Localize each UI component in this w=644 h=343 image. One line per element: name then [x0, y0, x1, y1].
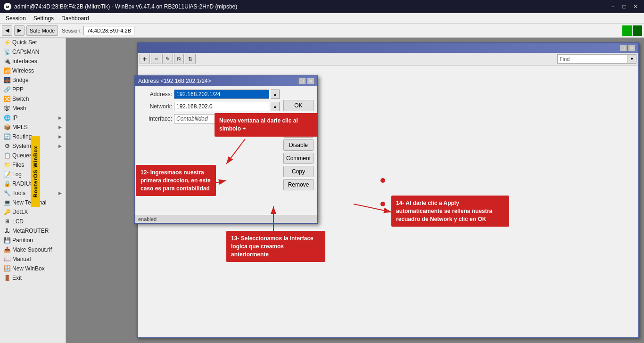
- sidebar-label-manual: Manual: [12, 256, 31, 262]
- session-value: 74:4D:28:B9:F4:2B: [83, 26, 134, 35]
- dot1x-icon: 🔑: [4, 209, 10, 215]
- search-input[interactable]: [557, 54, 628, 64]
- toolbar: ◀ ▶ Safe Mode Session: 74:4D:28:B9:F4:2B: [0, 24, 644, 38]
- annotation-4: 14- Al darle clic a Apply automaticament…: [391, 196, 509, 227]
- sidebar-item-dot1x[interactable]: 🔑 Dot1X: [0, 207, 66, 217]
- sidebar-item-wireless[interactable]: 📶 Wireless: [0, 66, 66, 75]
- dialog-restore-btn[interactable]: □: [298, 78, 306, 84]
- address-label: Address:: [139, 91, 172, 98]
- network-dropdown-btn[interactable]: ▲: [271, 102, 280, 111]
- sidebar-label-ip: IP: [12, 114, 17, 121]
- sidebar-item-exit[interactable]: 🚪 Exit: [0, 273, 66, 283]
- address-input[interactable]: [174, 90, 269, 99]
- capsman-icon: 📡: [4, 49, 10, 55]
- search-dropdown-btn[interactable]: ▼: [628, 54, 636, 64]
- sidebar-item-capsman[interactable]: 📡 CAPsMAN: [0, 47, 66, 57]
- title-bar-controls[interactable]: − □ ✕: [608, 2, 640, 11]
- menu-bar: Session Settings Dashboard: [0, 13, 644, 24]
- sidebar-item-make-supout[interactable]: 📤 Make Supout.rif: [0, 245, 66, 254]
- bg-window-content: [138, 65, 638, 69]
- sidebar-label-dot1x: Dot1X: [12, 209, 28, 215]
- make-supout-icon: 📤: [4, 246, 10, 253]
- dialog-title-controls[interactable]: □ ✕: [298, 78, 314, 84]
- winbox-vertical-label: RouterOS WinBox: [31, 136, 40, 207]
- system-icon: ⚙: [4, 143, 10, 149]
- sidebar-item-switch[interactable]: 🔀 Switch: [0, 94, 66, 104]
- title-bar-left: M admin@74:4D:28:B9:F4:2B (MikroTik) - W…: [4, 3, 237, 10]
- sidebar-label-metarouter: MetaROUTER: [12, 228, 49, 234]
- sidebar-label-make-supout: Make Supout.rif: [12, 246, 52, 253]
- mesh-icon: 🕸: [4, 105, 10, 112]
- comment-button[interactable]: Comment: [283, 153, 314, 164]
- sidebar-item-partition[interactable]: 💾 Partition: [0, 236, 66, 245]
- bg-window-close-btn[interactable]: ✕: [628, 45, 636, 51]
- bg-remove-button[interactable]: −: [151, 54, 161, 64]
- sidebar-label-system: System: [12, 143, 31, 149]
- sidebar-item-bridge[interactable]: 🌉 Bridge: [0, 75, 66, 85]
- disable-button[interactable]: Disable: [283, 139, 314, 151]
- close-button[interactable]: ✕: [631, 2, 640, 11]
- back-button[interactable]: ◀: [2, 25, 12, 36]
- minimize-button[interactable]: −: [608, 2, 618, 11]
- sidebar-item-ip[interactable]: 🌐 IP ▶: [0, 113, 66, 122]
- network-input[interactable]: [174, 102, 269, 111]
- sidebar-item-mpls[interactable]: 📦 MPLS ▶: [0, 122, 66, 132]
- sidebar-item-ppp[interactable]: 🔗 PPP: [0, 85, 66, 94]
- sidebar-item-lcd[interactable]: 🖥 LCD: [0, 217, 66, 226]
- network-label: Network:: [139, 103, 172, 110]
- bg-window-controls[interactable]: □ ✕: [619, 45, 636, 51]
- sidebar-item-manual[interactable]: 📖 Manual: [0, 254, 66, 264]
- sidebar-item-new-winbox[interactable]: 🪟 New WinBox: [0, 264, 66, 273]
- menu-dashboard[interactable]: Dashboard: [58, 14, 93, 23]
- dialog-status: enabled: [135, 215, 317, 223]
- tools-arrow-icon: ▶: [58, 191, 62, 196]
- bg-add-button[interactable]: +: [140, 54, 150, 64]
- bg-window-toolbar: + − ✎ ⎘ ⇅ ▼: [138, 53, 638, 65]
- radius-icon: 🔒: [4, 180, 10, 187]
- sidebar-label-new-terminal: New Terminal: [12, 199, 46, 206]
- sidebar-label-files: Files: [12, 162, 24, 168]
- switch-icon: 🔀: [4, 96, 10, 102]
- sidebar-label-log: Log: [12, 171, 22, 178]
- copy-button[interactable]: Copy: [283, 166, 314, 177]
- new-terminal-icon: 💻: [4, 199, 10, 206]
- sidebar-item-quick-set[interactable]: ⚡ Quick Set: [0, 38, 66, 47]
- partition-icon: 💾: [4, 237, 10, 244]
- ip-arrow-icon: ▶: [58, 115, 62, 120]
- sidebar-label-exit: Exit: [12, 275, 22, 281]
- bg-window-restore-btn[interactable]: □: [619, 45, 627, 51]
- quick-set-icon: ⚡: [4, 39, 10, 46]
- dialog-close-btn[interactable]: ✕: [307, 78, 314, 84]
- mpls-arrow-icon: ▶: [58, 125, 62, 130]
- manual-icon: 📖: [4, 256, 10, 262]
- sidebar-label-bridge: Bridge: [12, 77, 29, 83]
- menu-session[interactable]: Session: [2, 14, 30, 23]
- session-label: Session:: [62, 28, 82, 33]
- bg-sort-button[interactable]: ⇅: [185, 54, 196, 64]
- tools-icon: 🔧: [4, 190, 10, 196]
- sidebar-item-mesh[interactable]: 🕸 Mesh: [0, 104, 66, 113]
- maximize-button[interactable]: □: [619, 2, 629, 11]
- sidebar-label-queues: Queues: [12, 152, 32, 159]
- annotation-2: 12- Ingresmaos nuestra primera direccion…: [136, 165, 216, 196]
- title-bar: M admin@74:4D:28:B9:F4:2B (MikroTik) - W…: [0, 0, 644, 13]
- sidebar-item-metarouter[interactable]: 🖧 MetaROUTER: [0, 226, 66, 236]
- log-icon: 📝: [4, 171, 10, 178]
- ok-button[interactable]: OK: [283, 100, 314, 111]
- bg-window-title-bar: □ ✕: [138, 43, 638, 53]
- safe-mode-button[interactable]: Safe Mode: [26, 25, 58, 36]
- menu-settings[interactable]: Settings: [30, 14, 58, 23]
- forward-button[interactable]: ▶: [14, 25, 25, 36]
- sidebar-item-interfaces[interactable]: 🔌 Interfaces: [0, 57, 66, 66]
- bg-edit-button[interactable]: ✎: [162, 54, 173, 64]
- annotation-1: Nueva ventana al darle clic al simbolo +: [215, 113, 318, 137]
- remove-button[interactable]: Remove: [283, 179, 314, 190]
- interfaces-icon: 🔌: [4, 58, 10, 65]
- bg-copy-button[interactable]: ⎘: [174, 54, 184, 64]
- address-dropdown-btn[interactable]: ▲: [271, 90, 280, 99]
- address-row: Address: ▲: [139, 90, 280, 99]
- sidebar-label-routing: Routing: [12, 133, 32, 140]
- sidebar-label-capsman: CAPsMAN: [12, 49, 39, 55]
- annotation-1-text: Nueva ventana al darle clic al simbolo +: [219, 117, 298, 132]
- sidebar-label-ppp: PPP: [12, 86, 24, 93]
